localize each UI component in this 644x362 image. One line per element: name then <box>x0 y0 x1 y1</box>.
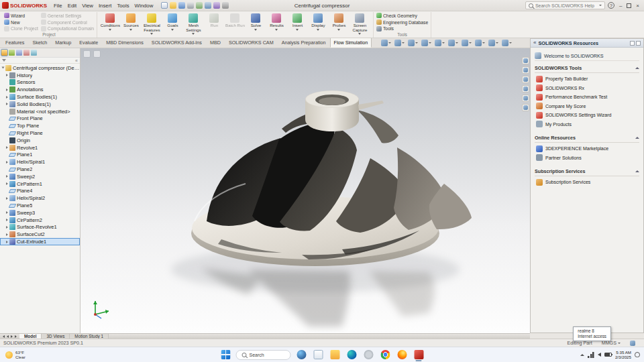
expand-arrow-icon[interactable] <box>6 233 8 236</box>
feature-tree-root[interactable]: Centrifugal compressor (Default) <<De <box>0 64 80 72</box>
feature-tree-item[interactable]: CirPattern2 <box>0 217 80 224</box>
ribbon-button[interactable]: Probes <box>329 13 350 32</box>
weather-widget[interactable]: 63°F Clear <box>0 347 31 362</box>
document-tab[interactable]: Model <box>19 334 42 339</box>
expand-arrow-icon[interactable] <box>2 67 5 69</box>
tray-expand-icon[interactable] <box>580 354 584 356</box>
ribbon-button[interactable]: Tools <box>376 25 428 32</box>
ribbon-button[interactable]: Goals <box>162 13 183 32</box>
menu-item[interactable]: Edit <box>65 1 79 10</box>
feature-tree-item[interactable]: Surface Bodies(1) <box>0 93 80 101</box>
taskbar-app[interactable] <box>362 347 375 362</box>
feature-tree-item[interactable]: Front Plane <box>0 115 80 123</box>
headsup-tool[interactable] <box>381 40 391 46</box>
ribbon-button[interactable]: Solve <box>246 13 266 32</box>
tab-prev-icon[interactable] <box>7 335 9 338</box>
expand-arrow-icon[interactable] <box>6 103 8 105</box>
ribbon-button[interactable]: Clone Project <box>4 25 38 32</box>
property-manager-icon[interactable] <box>9 50 15 56</box>
taskbar-search[interactable]: Search <box>236 350 291 360</box>
help-search-box[interactable] <box>525 1 605 9</box>
redo-icon[interactable] <box>205 2 211 9</box>
section-header[interactable]: Subscription Services <box>535 167 639 176</box>
expand-arrow-icon[interactable] <box>6 211 8 214</box>
document-tab[interactable]: 3D Views <box>42 334 70 339</box>
taskbar-app[interactable] <box>345 347 358 362</box>
save-doc-icon[interactable] <box>178 2 185 9</box>
select-tool-icon[interactable] <box>83 50 91 58</box>
feature-tree-item[interactable]: Sweep2 <box>0 173 80 180</box>
menu-item[interactable]: Insert <box>96 1 115 10</box>
ribbon-button[interactable]: Computational Domain <box>41 25 94 32</box>
help-search-input[interactable] <box>535 3 597 8</box>
feature-tree-item[interactable]: Sweep3 <box>0 209 80 217</box>
menu-item[interactable]: Window <box>132 1 156 10</box>
task-pane-tab[interactable] <box>522 104 529 111</box>
filter-icon[interactable] <box>2 59 6 62</box>
ribbon-button[interactable]: Run <box>204 13 225 32</box>
display-manager-icon[interactable] <box>31 50 37 56</box>
taskpane-link[interactable]: Partner Solutions <box>535 154 639 163</box>
feature-tree-item[interactable]: Annotations <box>0 86 80 93</box>
tab-first-icon[interactable] <box>3 335 5 338</box>
command-tab[interactable]: MBD Dimensions <box>102 38 148 48</box>
headsup-tool[interactable] <box>394 40 405 46</box>
taskpane-link[interactable]: Performance Benchmark Test <box>535 93 639 102</box>
clock[interactable]: 5:35 AM 2/3/2025 <box>615 350 631 360</box>
command-tab[interactable]: Markup <box>51 38 75 48</box>
expand-arrow-icon[interactable] <box>6 161 8 164</box>
centrifugal-compressor-model[interactable] <box>80 48 530 333</box>
expand-arrow-icon[interactable] <box>6 197 8 200</box>
feature-tree-item[interactable]: Top Plane <box>0 122 80 129</box>
help-button[interactable]: ? <box>608 2 614 9</box>
feature-tree-item[interactable]: Material <not specified> <box>0 108 80 115</box>
feature-tree-item[interactable]: Helix/Spiral2 <box>0 194 80 202</box>
feature-tree-item[interactable]: Plane4 <box>0 188 80 195</box>
new-doc-icon[interactable] <box>161 2 168 9</box>
taskbar-app[interactable] <box>396 347 409 362</box>
expand-arrow-icon[interactable] <box>6 219 8 221</box>
collapse-pane-icon[interactable]: « <box>533 40 536 46</box>
headsup-tool[interactable] <box>488 40 498 46</box>
start-button[interactable] <box>219 347 232 362</box>
expand-arrow-icon[interactable] <box>6 74 8 76</box>
tab-next-icon[interactable] <box>11 335 13 338</box>
ribbon-button[interactable]: Mesh Settings <box>183 13 204 32</box>
menu-icon[interactable] <box>636 41 641 46</box>
command-tab[interactable]: SOLIDWORKS Add-Ins <box>148 38 206 48</box>
section-header[interactable]: Online Resources <box>535 133 639 143</box>
feature-tree-item[interactable]: Origin <box>0 137 80 144</box>
feature-manager-icon[interactable] <box>1 50 7 56</box>
menu-item[interactable]: File <box>51 1 65 10</box>
graphics-area[interactable] <box>80 48 530 333</box>
quick-tools-icon[interactable] <box>93 50 101 58</box>
task-pane-tab[interactable] <box>522 57 529 64</box>
taskbar-app[interactable] <box>312 347 325 362</box>
dimxpert-manager-icon[interactable] <box>23 50 30 56</box>
headsup-tool[interactable] <box>502 40 512 46</box>
headsup-tool[interactable] <box>435 40 445 46</box>
taskpane-link[interactable]: Compare My Score <box>535 102 639 111</box>
taskpane-link[interactable]: Property Tab Builder <box>535 74 639 84</box>
feature-tree-item[interactable]: Right Plane <box>0 129 80 137</box>
expand-arrow-icon[interactable] <box>6 146 8 149</box>
feature-tree-item[interactable]: Plane1 <box>0 152 80 159</box>
taskbar-app[interactable] <box>295 347 308 362</box>
menu-item[interactable]: View <box>79 1 96 10</box>
expand-arrow-icon[interactable] <box>6 241 8 243</box>
headsup-tool[interactable] <box>475 40 485 46</box>
minimize-button[interactable]: – <box>617 3 624 9</box>
command-tab[interactable]: Flow Simulation <box>330 38 372 48</box>
battery-icon[interactable] <box>604 353 612 357</box>
search-dropdown-icon[interactable] <box>599 5 602 6</box>
section-header[interactable]: SOLIDWORKS Tools <box>535 64 639 73</box>
ribbon-button[interactable]: Display <box>308 13 329 32</box>
task-pane-tab[interactable] <box>522 76 529 83</box>
expand-arrow-icon[interactable] <box>6 88 8 91</box>
feature-tree-item[interactable]: Plane5 <box>0 202 80 209</box>
command-tab[interactable]: Analysis Preparation <box>278 38 330 48</box>
tab-last-icon[interactable] <box>15 335 17 338</box>
taskpane-link[interactable]: SOLIDWORKS Rx <box>535 84 639 93</box>
feature-tree-item[interactable]: Cut-Extrude1 <box>0 238 80 245</box>
welcome-link[interactable]: Welcome to SOLIDWORKS <box>535 51 639 61</box>
